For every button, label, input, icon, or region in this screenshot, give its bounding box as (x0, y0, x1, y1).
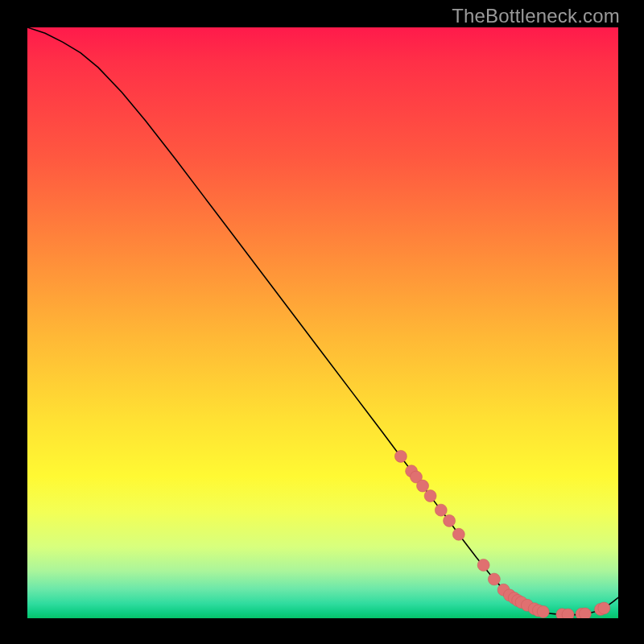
data-dot (424, 490, 436, 502)
data-dot (452, 528, 464, 540)
watermark-text: TheBottleneck.com (452, 5, 620, 27)
chart-stage: TheBottleneck.com (0, 0, 644, 644)
plot-area (27, 27, 618, 618)
data-dot (394, 450, 407, 462)
data-dot (579, 608, 591, 618)
data-dot (417, 480, 429, 492)
data-dot (477, 559, 489, 571)
bottleneck-curve (27, 27, 618, 615)
data-dot (488, 573, 500, 585)
chart-svg (27, 27, 618, 618)
data-dot (435, 504, 447, 516)
data-dot (537, 605, 549, 617)
data-dot (444, 514, 456, 526)
data-dot (598, 602, 610, 614)
data-dots (394, 450, 609, 618)
